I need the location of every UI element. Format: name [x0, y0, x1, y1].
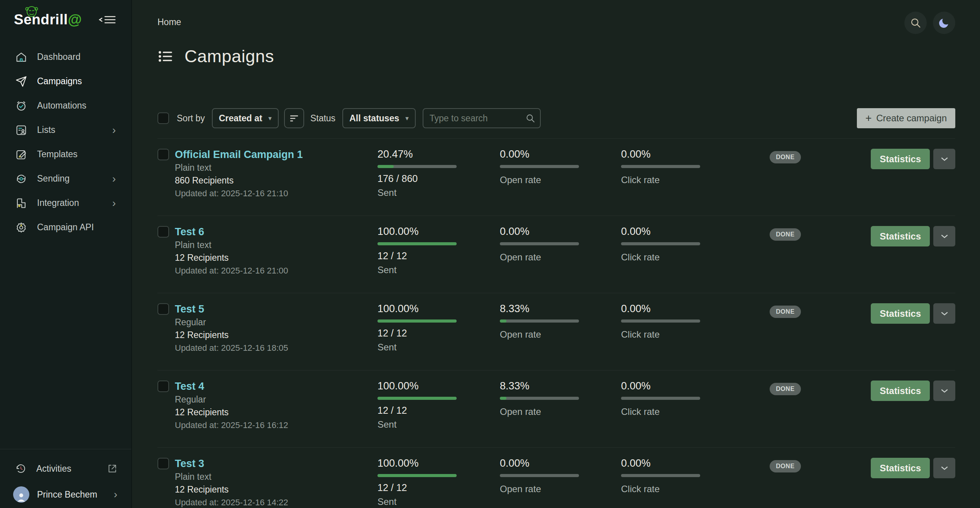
sent-stat: 100.00% 12 / 12 Sent	[377, 380, 500, 431]
sidebar-item-lists[interactable]: Lists ›	[0, 118, 131, 142]
sidebar-item-campaign-api[interactable]: Campaign API	[0, 215, 131, 240]
row-actions-button[interactable]	[933, 149, 955, 169]
row-actions-button[interactable]	[933, 381, 955, 401]
gorilla-logo-icon	[24, 5, 39, 19]
avatar	[13, 486, 29, 503]
sidebar-item-automations[interactable]: Automations	[0, 93, 131, 118]
sent-progress-bar	[377, 165, 457, 168]
campaign-name-link[interactable]: Test 3	[175, 457, 377, 470]
sidebar-item-campaigns[interactable]: Campaigns	[0, 69, 131, 93]
api-gear-icon	[15, 222, 27, 233]
campaign-name-link[interactable]: Test 5	[175, 302, 377, 316]
alarm-check-icon	[15, 100, 27, 112]
open-rate-stat: 0.00% Open rate	[500, 148, 621, 186]
click-rate-stat: 0.00% Click rate	[621, 302, 761, 341]
home-icon	[15, 51, 27, 63]
sidebar-item-dashboard[interactable]: Dashboard	[0, 45, 131, 69]
sent-stat: 100.00% 12 / 12 Sent	[377, 457, 500, 508]
sent-stat: 20.47% 176 / 860 Sent	[377, 148, 500, 199]
history-icon	[15, 463, 26, 474]
campaign-name-link[interactable]: Test 6	[175, 225, 377, 238]
row-actions-button[interactable]	[933, 303, 955, 324]
sent-progress-bar	[377, 242, 457, 245]
statistics-button[interactable]: Statistics	[871, 458, 930, 478]
sidebar-item-sending[interactable]: Sending ›	[0, 167, 131, 191]
create-campaign-button[interactable]: + Create campaign	[857, 108, 955, 128]
sent-fraction: 176 / 860	[377, 172, 500, 185]
open-rate-percent: 8.33%	[500, 380, 621, 392]
row-actions-button[interactable]	[933, 226, 955, 246]
sort-direction-button[interactable]	[284, 108, 304, 128]
click-rate-progress-bar	[621, 242, 700, 245]
sent-percent: 100.00%	[377, 302, 500, 315]
status-select[interactable]: All statuses ▾	[342, 108, 416, 128]
search-input[interactable]	[423, 108, 541, 128]
row-checkbox[interactable]	[157, 303, 169, 315]
row-checkbox[interactable]	[157, 458, 169, 469]
open-rate-stat: 0.00% Open rate	[500, 225, 621, 263]
click-rate-percent: 0.00%	[621, 457, 761, 470]
paper-plane-icon	[15, 76, 27, 87]
table-row: Test 6 Plain text 12 Recipients Updated …	[157, 216, 955, 293]
statistics-button[interactable]: Statistics	[871, 303, 930, 324]
open-rate-progress-bar	[500, 397, 579, 400]
brand-logo[interactable]: Sendrill@	[14, 12, 82, 28]
topbar: Home	[157, 0, 955, 34]
campaign-type: Regular	[175, 316, 377, 329]
row-checkbox[interactable]	[157, 381, 169, 392]
open-rate-label: Open rate	[500, 483, 621, 495]
sidebar-header: Sendrill@	[0, 0, 131, 32]
theme-toggle-button[interactable]	[933, 12, 955, 34]
click-rate-stat: 0.00% Click rate	[621, 457, 761, 495]
select-all-checkbox[interactable]	[157, 112, 169, 124]
campaign-name-link[interactable]: Official Email Campaign 1	[175, 148, 377, 161]
sent-label: Sent	[377, 263, 500, 276]
collapse-sidebar-icon[interactable]	[99, 14, 116, 25]
sidebar-item-integration[interactable]: Integration ›	[0, 191, 131, 215]
statistics-button[interactable]: Statistics	[871, 226, 930, 246]
search-field	[423, 108, 541, 128]
sidebar-item-label: Templates	[37, 149, 78, 160]
click-rate-progress-bar	[621, 474, 700, 477]
row-checkbox[interactable]	[157, 226, 169, 238]
sent-label: Sent	[377, 186, 500, 199]
sent-progress-bar	[377, 319, 457, 323]
caret-down-icon: ▾	[268, 114, 272, 122]
row-actions-button[interactable]	[933, 458, 955, 478]
sort-field-select[interactable]: Created at ▾	[212, 108, 279, 128]
create-campaign-label: Create campaign	[876, 113, 947, 124]
open-rate-label: Open rate	[500, 251, 621, 263]
sidebar-item-label: Dashboard	[37, 52, 81, 62]
chevron-down-icon	[941, 157, 948, 161]
open-rate-stat: 8.33% Open rate	[500, 302, 621, 341]
open-rate-progress-bar	[500, 165, 579, 168]
chevron-down-icon	[941, 466, 948, 471]
statistics-button[interactable]: Statistics	[871, 149, 930, 169]
search-button[interactable]	[904, 12, 927, 34]
caret-down-icon: ▾	[405, 114, 409, 122]
sidebar-item-templates[interactable]: Templates	[0, 142, 131, 167]
statistics-button[interactable]: Statistics	[871, 381, 930, 401]
campaign-name-link[interactable]: Test 4	[175, 380, 377, 393]
page-title: Campaigns	[184, 46, 274, 66]
sidebar-item-activities[interactable]: Activities	[0, 456, 131, 481]
sent-percent: 100.00%	[377, 457, 500, 470]
status-badge: DONE	[770, 306, 801, 318]
campaign-recipients: 860 Recipients	[175, 174, 377, 187]
sidebar-item-label: Sending	[37, 173, 69, 184]
chevron-right-icon: ›	[112, 125, 116, 136]
campaign-updated-at: Updated at: 2025-12-16 21:00	[175, 264, 377, 277]
activities-label: Activities	[36, 464, 71, 474]
open-rate-label: Open rate	[500, 405, 621, 418]
click-rate-stat: 0.00% Click rate	[621, 225, 761, 263]
external-link-icon	[107, 464, 117, 474]
user-name: Prince Bechem	[37, 489, 97, 500]
campaign-recipients: 12 Recipients	[175, 251, 377, 264]
open-rate-percent: 0.00%	[500, 225, 621, 238]
status-badge: DONE	[770, 151, 801, 163]
campaign-recipients: 12 Recipients	[175, 406, 377, 419]
row-checkbox[interactable]	[157, 149, 169, 160]
user-menu[interactable]: Prince Bechem ›	[0, 481, 131, 508]
table-row: Test 5 Regular 12 Recipients Updated at:…	[157, 293, 955, 370]
breadcrumb[interactable]: Home	[157, 12, 181, 27]
